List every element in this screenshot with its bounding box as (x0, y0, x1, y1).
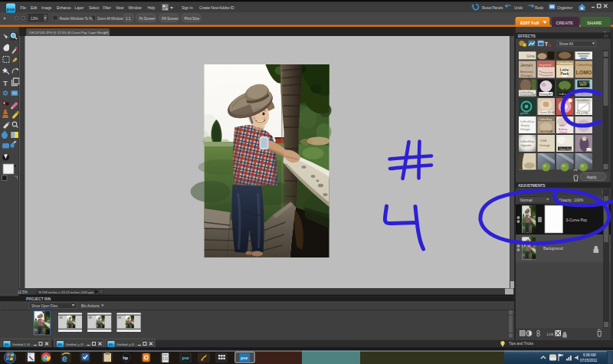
svg-text:6:08 AM: 6:08 AM (583, 353, 596, 357)
svg-text:Gina: Gina (526, 54, 535, 58)
svg-text:Sweet BB AP: Sweet BB AP (540, 111, 556, 114)
svg-text:Create New Adobe ID: Create New Adobe ID (199, 5, 234, 10)
svg-text:Jenna's: Jenna's (520, 64, 533, 67)
svg-text:Inspired: Inspired (539, 63, 552, 67)
svg-text:Simply: Simply (521, 124, 530, 127)
svg-text:Show Open Files: Show Open Files (31, 304, 58, 308)
svg-text:EDIT Full: EDIT Full (520, 21, 539, 25)
svg-text:Tips and Tricks: Tips and Tricks (509, 342, 534, 346)
svg-text:Window: Window (129, 5, 142, 10)
svg-text:SHARE: SHARE (587, 21, 602, 25)
svg-text:pse: pse (182, 356, 189, 360)
svg-text:Link: Link (547, 333, 554, 336)
svg-text:CoffeeShop: CoffeeShop (520, 120, 535, 123)
svg-text:Apply: Apply (587, 175, 597, 179)
svg-text:T: T (545, 41, 548, 47)
svg-text:Peek: Peek (561, 72, 569, 76)
svg-text:Dreamland AP: Dreamland AP (520, 93, 537, 97)
svg-text:pse: pse (241, 356, 247, 360)
svg-text:Fill Screen: Fill Screen (162, 17, 179, 21)
svg-text:Urban Peek: Urban Peek (559, 148, 573, 151)
svg-text:gettinit...: gettinit... (520, 112, 530, 115)
svg-text:View: View (116, 5, 124, 10)
svg-text:1:1: 1:1 (126, 17, 131, 21)
svg-text:ADJUSTMENTS: ADJUSTMENTS (518, 183, 546, 188)
svg-text:Charm: Charm (559, 131, 568, 134)
svg-text:Vintage: Vintage (539, 143, 551, 147)
svg-text:File: File (21, 5, 27, 10)
svg-text:Image: Image (41, 5, 52, 10)
svg-text:DSC07105.JPG @ 12.5% (S-Curve: DSC07105.JPG @ 12.5% (S-Curve Pop, Layer… (29, 31, 109, 34)
svg-text:Enhance: Enhance (57, 5, 71, 10)
svg-text:Vignette: Vignette (521, 144, 532, 147)
svg-text:Snowy AP: Snowy AP (540, 93, 553, 96)
svg-text:Filter: Filter (103, 5, 112, 10)
svg-text:CoffeeShop: CoffeeShop (539, 118, 552, 121)
svg-text:Reset Panels: Reset Panels (482, 6, 503, 10)
svg-text:Print Size: Print Size (185, 17, 200, 21)
svg-text:x: x (104, 31, 107, 35)
svg-text:Fit Screen: Fit Screen (139, 17, 156, 21)
svg-text:PROJECT BIN: PROJECT BIN (26, 297, 51, 301)
svg-text:Bin Actions: Bin Actions (81, 304, 100, 308)
svg-text:fx: fx (549, 44, 552, 48)
svg-text:Select: Select (89, 5, 100, 10)
svg-text:OSE: OSE (540, 139, 547, 143)
svg-text:07/15/2011: 07/15/2011 (580, 359, 598, 362)
svg-text:SHOP: SHOP (580, 84, 587, 87)
svg-text:S-Curve Pop: S-Curve Pop (566, 218, 588, 222)
svg-text:Show All: Show All (559, 42, 573, 46)
svg-text:Sign In: Sign In (182, 5, 193, 10)
svg-text:LOMO: LOMO (576, 70, 593, 75)
svg-text:CoffeeShop: CoffeeShop (576, 63, 593, 67)
svg-text:CREATE: CREATE (556, 21, 574, 25)
svg-text:100%: 100% (574, 198, 584, 202)
svg-text:Background: Background (543, 247, 563, 251)
svg-text:CoffeeShop: CoffeeShop (520, 140, 535, 143)
svg-text:T: T (3, 79, 8, 87)
svg-text:CoffeeShop: CoffeeShop (558, 62, 573, 65)
svg-text:13%: 13% (31, 17, 38, 21)
svg-text:Untitled-1 @ ...: Untitled-1 @ ... (12, 343, 34, 346)
svg-text:(Design): (Design) (521, 74, 533, 77)
svg-text:8.733 inches x 13.12 inches (2: 8.733 inches x 13.12 inches (240 ppi) (39, 290, 94, 294)
svg-text:hp: hp (123, 356, 129, 360)
svg-text:Undo: Undo (514, 6, 523, 10)
svg-text:Redo: Redo (535, 6, 543, 10)
svg-text:Edit: Edit (31, 5, 38, 10)
svg-text:pse: pse (7, 7, 15, 11)
svg-text:Resize Windows To Fit: Resize Windows To Fit (60, 17, 93, 21)
svg-text:PS & PSE ...: PS & PSE ... (577, 112, 592, 115)
svg-text:Layer: Layer (75, 5, 84, 10)
svg-text:Organizer: Organizer (557, 6, 573, 10)
svg-text:12.5%: 12.5% (18, 290, 28, 294)
svg-text:Vintage: Vintage (520, 128, 530, 131)
svg-text:ps: ps (5, 343, 9, 346)
svg-text:Zoom All Windows: Zoom All Windows (97, 17, 125, 21)
svg-text:Normal: Normal (520, 198, 532, 202)
svg-text:ON FRIDAY: ON FRIDAY (540, 130, 555, 133)
svg-text:Help: Help (148, 5, 156, 10)
svg-text:CinnaStars: CinnaStars (577, 99, 590, 102)
svg-text:with: with (559, 124, 564, 127)
svg-text:EFFECTS: EFFECTS (518, 34, 536, 38)
